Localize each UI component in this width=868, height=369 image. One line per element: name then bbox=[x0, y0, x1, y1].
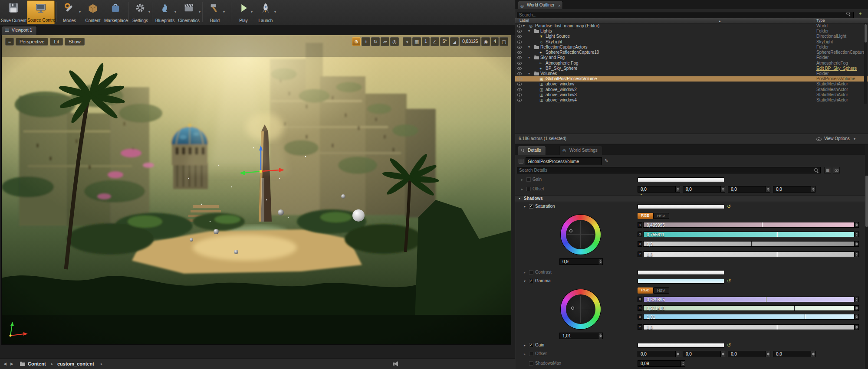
spinner-arrows[interactable] bbox=[675, 351, 680, 357]
slider-handle[interactable] bbox=[751, 242, 752, 246]
visibility-eye-icon[interactable] bbox=[517, 30, 522, 33]
history-back-button[interactable] bbox=[3, 362, 7, 366]
visibility-eye-icon[interactable] bbox=[517, 35, 522, 38]
expand-arrow-icon[interactable] bbox=[528, 72, 530, 76]
wheel-marker[interactable] bbox=[571, 307, 574, 310]
reset-to-default-button[interactable] bbox=[727, 279, 731, 284]
outliner-row-actor[interactable]: above_window StaticMeshActor bbox=[515, 82, 868, 87]
contrast-checkbox[interactable] bbox=[529, 270, 533, 274]
spinner-arrows[interactable] bbox=[598, 333, 602, 339]
gain-checkbox[interactable] bbox=[526, 177, 531, 182]
outliner-row-folder[interactable]: Lights Folder bbox=[515, 29, 868, 34]
marketplace-button[interactable]: Marketplace bbox=[104, 0, 127, 24]
slider-handle[interactable] bbox=[762, 222, 763, 227]
offset-w-field[interactable]: 0,0 bbox=[773, 351, 815, 357]
slider-handle[interactable] bbox=[777, 232, 778, 237]
history-forward-button[interactable] bbox=[10, 362, 13, 366]
outliner-row-actor[interactable]: BP_Sky_Sphere Edit BP_Sky_Sphere bbox=[515, 66, 868, 71]
surface-snap-button[interactable] bbox=[403, 37, 411, 46]
actor-name-field[interactable] bbox=[526, 157, 602, 165]
type-column-header[interactable]: Type bbox=[816, 18, 825, 23]
spinner-arrows[interactable] bbox=[766, 186, 770, 192]
build-button[interactable]: Build bbox=[205, 0, 225, 24]
offset-checkbox[interactable] bbox=[526, 187, 531, 191]
lit-mode-button[interactable]: Lit bbox=[50, 38, 63, 46]
breadcrumb-custom-content[interactable]: custom_content bbox=[57, 361, 94, 366]
saturation-y-slider[interactable]: 1,0 bbox=[643, 251, 859, 257]
outliner-row-world[interactable]: Paradise_lost_main_map (Editor) World bbox=[515, 23, 868, 29]
saturation-wheel-value-field[interactable]: 0,9 bbox=[559, 258, 603, 265]
visibility-eye-icon[interactable] bbox=[517, 62, 522, 65]
saturation-b-slider[interactable]: 0,9 bbox=[643, 241, 859, 247]
viewport-scene[interactable] bbox=[2, 35, 511, 345]
outliner-row-folder[interactable]: Volumes Folder bbox=[515, 71, 868, 76]
slider-handle[interactable] bbox=[766, 297, 767, 302]
perspective-button[interactable]: Perspective bbox=[16, 38, 48, 46]
source-control-button[interactable]: Source Control bbox=[27, 0, 55, 24]
spinner-arrows[interactable] bbox=[720, 186, 725, 192]
close-tab-icon[interactable] bbox=[558, 2, 561, 10]
outliner-row-actor[interactable]: Atmospheric Fog AtmosphericFog bbox=[515, 61, 868, 66]
gamma-g-slider[interactable]: 0,921488 bbox=[643, 305, 859, 311]
gamma-r-slider[interactable]: 0,629895 bbox=[643, 297, 859, 302]
shadowsmax-checkbox[interactable] bbox=[529, 361, 533, 366]
expand-arrow-icon[interactable] bbox=[524, 343, 526, 348]
spinner-arrows[interactable] bbox=[854, 325, 858, 330]
expand-arrow-icon[interactable] bbox=[521, 178, 523, 182]
expand-arrow-icon[interactable] bbox=[524, 271, 526, 275]
outliner-row-folder[interactable]: ReflectionCaptureActors Folder bbox=[515, 45, 868, 50]
world-outliner-tab[interactable]: World Outliner bbox=[518, 1, 563, 9]
viewport-tab[interactable]: Viewport 1 bbox=[2, 26, 37, 35]
content-button[interactable]: Content bbox=[82, 0, 103, 24]
visibility-eye-icon[interactable] bbox=[517, 99, 522, 102]
visibility-eye-icon[interactable] bbox=[517, 51, 522, 54]
contrast-color-bar[interactable] bbox=[638, 270, 724, 275]
row-type-edit-link[interactable]: Edit BP_Sky_Sphere bbox=[816, 66, 857, 71]
camera-speed-value[interactable]: 4 bbox=[491, 37, 499, 46]
offset-checkbox[interactable] bbox=[529, 352, 533, 356]
rgb-mode-button[interactable]: RGB bbox=[638, 287, 653, 294]
edit-name-icon[interactable] bbox=[605, 159, 608, 163]
spinner-arrows[interactable] bbox=[720, 351, 725, 357]
gamma-color-wheel[interactable] bbox=[561, 289, 601, 329]
visibility-eye-icon[interactable] bbox=[517, 72, 522, 75]
show-button[interactable]: Show bbox=[65, 38, 85, 46]
grid-snap-value[interactable]: 1 bbox=[422, 37, 430, 46]
hsv-mode-button[interactable]: HSV bbox=[653, 213, 669, 219]
hsv-mode-button[interactable]: HSV bbox=[653, 287, 669, 294]
wheel-marker[interactable] bbox=[569, 229, 572, 232]
visibility-eye-icon[interactable] bbox=[517, 94, 522, 97]
offset-y-field[interactable]: 0,0 bbox=[683, 351, 725, 357]
details-search-input[interactable] bbox=[517, 167, 821, 173]
scrollbar-thumb[interactable] bbox=[865, 176, 868, 227]
slider-handle[interactable] bbox=[805, 314, 806, 319]
offset-x-field[interactable]: 0,0 bbox=[638, 186, 680, 193]
gamma-y-slider[interactable]: 1,0 bbox=[643, 324, 859, 330]
collapse-arrow-icon[interactable] bbox=[524, 279, 526, 284]
spinner-arrows[interactable] bbox=[681, 361, 685, 366]
outliner-row-actor[interactable]: above_window4 StaticMeshActor bbox=[515, 98, 868, 103]
gamma-checkbox[interactable] bbox=[529, 279, 533, 283]
spinner-arrows[interactable] bbox=[854, 222, 858, 227]
slider-handle[interactable] bbox=[794, 306, 795, 310]
visibility-eye-icon[interactable] bbox=[517, 67, 522, 70]
gain-color-bar[interactable] bbox=[638, 177, 724, 182]
play-button[interactable]: Play bbox=[234, 0, 253, 24]
gain-color-bar[interactable] bbox=[638, 343, 724, 348]
offset-w-field[interactable]: 0,0 bbox=[773, 186, 815, 193]
spinner-arrows[interactable] bbox=[675, 186, 680, 192]
collapse-arrow-icon[interactable] bbox=[524, 205, 526, 209]
outliner-row-selected[interactable]: GlobalPostProcessVolume PostProcessVolum… bbox=[515, 76, 868, 82]
settings-button[interactable]: Settings bbox=[130, 0, 150, 24]
select-tool-button[interactable] bbox=[352, 37, 361, 46]
visibility-eye-icon[interactable] bbox=[517, 25, 522, 28]
spinner-arrows[interactable] bbox=[854, 232, 858, 237]
visibility-eye-icon[interactable] bbox=[517, 88, 522, 91]
saturation-color-bar[interactable] bbox=[638, 204, 724, 209]
expand-arrow-icon[interactable] bbox=[523, 24, 525, 28]
move-tool-button[interactable] bbox=[362, 37, 370, 46]
outliner-column-header[interactable]: Label Type bbox=[515, 18, 868, 23]
expand-arrow-icon[interactable] bbox=[524, 352, 526, 356]
gamma-color-bar[interactable] bbox=[638, 279, 724, 284]
visibility-eye-icon[interactable] bbox=[517, 56, 522, 59]
